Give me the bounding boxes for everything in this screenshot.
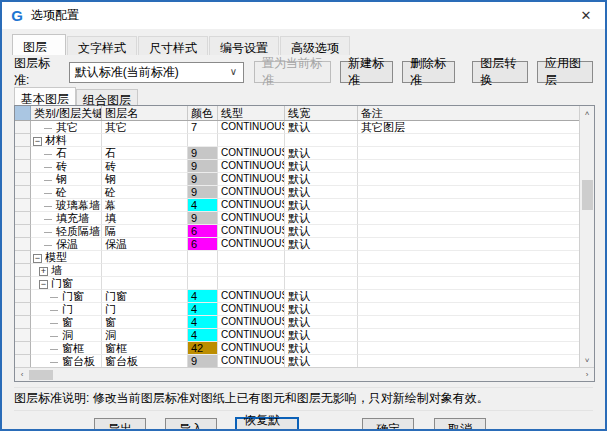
import-button[interactable]: 导入 (165, 418, 217, 431)
cell-color-swatch[interactable]: 9 (188, 173, 218, 186)
table-row[interactable]: 填充墙填9CONTINUOUS默认 (15, 212, 579, 225)
table-row[interactable]: 其它其它7CONTINUOUS默认其它图层 (15, 121, 579, 134)
table-row[interactable]: 石石9CONTINUOUS默认 (15, 147, 579, 160)
keyword-text: 模型 (45, 251, 67, 263)
tab-text-style[interactable]: 文字样式 (67, 36, 137, 55)
subtab-combined-layers[interactable]: 组合图层 (76, 89, 138, 105)
cell-color-swatch[interactable]: 42 (188, 342, 218, 355)
table-row[interactable]: 砼砼9CONTINUOUS默认 (15, 186, 579, 199)
row-selector[interactable] (15, 316, 31, 329)
row-selector[interactable] (15, 134, 31, 147)
cell-linetype: CONTINUOUS (218, 173, 285, 186)
cancel-button[interactable]: 取消 (434, 418, 486, 431)
restore-defaults-button[interactable]: 恢复默认 (236, 418, 298, 431)
row-selector[interactable] (15, 329, 31, 342)
cell-color-swatch[interactable]: 9 (188, 147, 218, 160)
table-row[interactable]: −门窗 (15, 277, 579, 290)
table-row[interactable]: 窗台板窗台板9CONTINUOUS默认 (15, 355, 579, 367)
table-row[interactable]: 钢钢9CONTINUOUS默认 (15, 173, 579, 186)
row-selector[interactable] (15, 147, 31, 160)
keyword-text: 窗台板 (62, 355, 95, 367)
cell-color-swatch[interactable]: 4 (188, 199, 218, 212)
table-row[interactable]: 轻质隔墙隔6CONTINUOUS默认 (15, 225, 579, 238)
cell-color-swatch[interactable]: 4 (188, 329, 218, 342)
cell-color-swatch[interactable]: 4 (188, 316, 218, 329)
tab-numbering[interactable]: 编号设置 (209, 36, 279, 55)
row-selector[interactable] (15, 160, 31, 173)
options-dialog: G 选项配置 ✕ 图层 文字样式 尺寸样式 编号设置 高级选项 图层标准: 默认… (0, 0, 607, 431)
tree-collapse-icon[interactable]: − (33, 254, 42, 263)
subtab-basic-layers[interactable]: 基本图层 (14, 87, 76, 105)
table-row[interactable]: 保温保温6CONTINUOUS默认 (15, 238, 579, 251)
cell-lineweight (285, 251, 358, 264)
set-current-standard-button[interactable]: 置为当前标准 (254, 61, 331, 83)
cell-note (358, 342, 579, 355)
scroll-down-icon[interactable]: ˅ (580, 353, 594, 367)
vertical-scroll-thumb[interactable] (582, 180, 593, 210)
cell-color-swatch[interactable] (188, 134, 218, 147)
row-selector[interactable] (15, 121, 31, 134)
keyword-text: 门窗 (62, 290, 84, 302)
cell-color-swatch[interactable] (188, 251, 218, 264)
table-row[interactable]: 窗框窗框42CONTINUOUS默认 (15, 342, 579, 355)
layer-convert-button[interactable]: 图层转换 (472, 61, 528, 83)
cell-color-swatch[interactable]: 9 (188, 212, 218, 225)
delete-standard-button[interactable]: 删除标准 (402, 61, 455, 83)
apply-layer-button[interactable]: 应用图层 (537, 61, 593, 83)
cell-color-swatch[interactable]: 4 (188, 290, 218, 303)
tree-collapse-icon[interactable]: − (39, 280, 48, 289)
row-selector[interactable] (15, 212, 31, 225)
cell-color-swatch[interactable] (188, 264, 218, 277)
row-selector[interactable] (15, 290, 31, 303)
cell-color-swatch[interactable]: 7 (188, 121, 218, 134)
row-selector[interactable] (15, 277, 31, 290)
row-selector[interactable] (15, 342, 31, 355)
table-row[interactable]: 洞洞4CONTINUOUS默认 (15, 329, 579, 342)
close-icon[interactable]: ✕ (567, 2, 605, 29)
table-row[interactable]: 窗窗4CONTINUOUS默认 (15, 316, 579, 329)
tab-advanced[interactable]: 高级选项 (280, 36, 350, 55)
cell-color-swatch[interactable]: 6 (188, 238, 218, 251)
cell-lineweight (285, 264, 358, 277)
cell-color-swatch[interactable]: 9 (188, 186, 218, 199)
tree-collapse-icon[interactable]: − (33, 137, 42, 146)
cell-note (358, 329, 579, 342)
cell-keyword: 填充墙 (31, 212, 102, 225)
table-row[interactable]: +墙 (15, 264, 579, 277)
cell-color-swatch[interactable]: 6 (188, 225, 218, 238)
table-row[interactable]: 砖砖9CONTINUOUS默认 (15, 160, 579, 173)
table-row[interactable]: 门窗门窗4CONTINUOUS默认 (15, 290, 579, 303)
horizontal-scroll-thumb[interactable] (29, 370, 53, 380)
cell-note (358, 290, 579, 303)
row-selector[interactable] (15, 173, 31, 186)
scroll-up-icon[interactable]: ˄ (580, 106, 594, 120)
tree-expand-icon[interactable]: + (39, 267, 48, 276)
cell-color-swatch[interactable] (188, 277, 218, 290)
row-selector[interactable] (15, 264, 31, 277)
cell-color-swatch[interactable]: 9 (188, 355, 218, 367)
row-selector[interactable] (15, 225, 31, 238)
row-selector[interactable] (15, 199, 31, 212)
row-selector[interactable] (15, 303, 31, 316)
scroll-right-icon[interactable]: › (580, 370, 594, 379)
new-standard-button[interactable]: 新建标准 (340, 61, 393, 83)
table-row[interactable]: 门门4CONTINUOUS默认 (15, 303, 579, 316)
table-row[interactable]: −材料 (15, 134, 579, 147)
tab-layer[interactable]: 图层 (12, 34, 66, 55)
layer-standard-select[interactable]: 默认标准(当前标准) ∨ (69, 62, 244, 83)
cell-layer-name: 砼 (102, 186, 188, 199)
tab-dim-style[interactable]: 尺寸样式 (138, 36, 208, 55)
row-selector[interactable] (15, 238, 31, 251)
row-selector[interactable] (15, 186, 31, 199)
vertical-scrollbar[interactable]: ˄ ˅ (579, 106, 594, 367)
row-selector[interactable] (15, 355, 31, 367)
cell-color-swatch[interactable]: 4 (188, 303, 218, 316)
scroll-left-icon[interactable]: ‹ (15, 370, 29, 379)
cell-color-swatch[interactable]: 9 (188, 160, 218, 173)
export-button[interactable]: 导出 (94, 418, 146, 431)
horizontal-scrollbar[interactable]: ‹ › (15, 367, 594, 381)
ok-button[interactable]: 确定 (362, 418, 414, 431)
table-row[interactable]: 玻璃幕墙幕4CONTINUOUS默认 (15, 199, 579, 212)
row-selector[interactable] (15, 251, 31, 264)
table-row[interactable]: −模型 (15, 251, 579, 264)
